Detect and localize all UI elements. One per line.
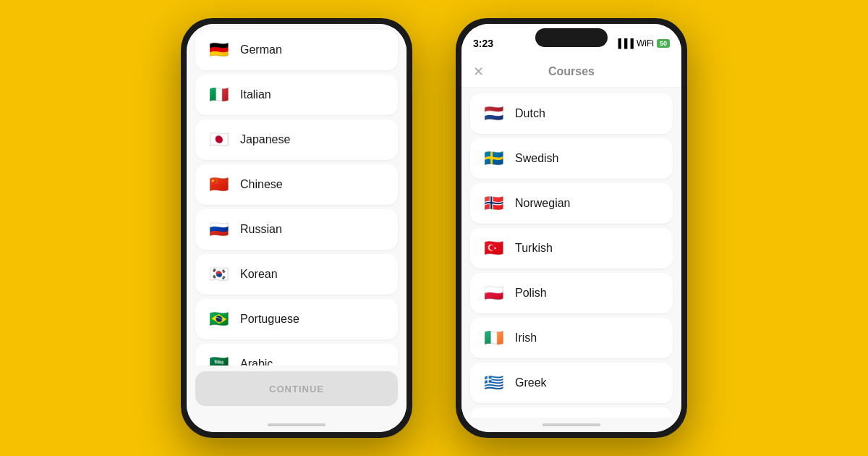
left-language-list: 🇩🇪 German 🇮🇹 Italian 🇯🇵 Japanese 🇨🇳 Chin… <box>187 24 407 366</box>
flag-right-greek: 🇬🇷 <box>480 370 506 396</box>
battery-icon: 50 <box>657 39 670 48</box>
continue-button[interactable]: CONTINUE <box>195 371 398 406</box>
lang-name-russian: Russian <box>240 223 282 236</box>
bottom-area: CONTINUE <box>187 366 407 418</box>
lang-item-right-irish[interactable]: 🇮🇪 Irish <box>470 318 673 358</box>
left-phone: 🇩🇪 German 🇮🇹 Italian 🇯🇵 Japanese 🇨🇳 Chin… <box>181 18 412 438</box>
lang-item-right-swedish[interactable]: 🇸🇪 Swedish <box>470 138 673 179</box>
signal-icon: ▐▐▐ <box>615 38 634 48</box>
flag-german: 🇩🇪 <box>205 37 231 63</box>
close-icon[interactable]: ✕ <box>473 64 484 80</box>
flag-right-norwegian: 🇳🇴 <box>480 190 506 216</box>
flag-right-polish: 🇵🇱 <box>480 280 506 306</box>
lang-name-arabic: Arabic <box>240 358 273 366</box>
home-bar <box>268 423 326 426</box>
lang-name-right-dutch: Dutch <box>515 107 545 120</box>
lang-item-italian[interactable]: 🇮🇹 Italian <box>195 75 398 115</box>
lang-name-right-polish: Polish <box>515 287 547 300</box>
flag-japanese: 🇯🇵 <box>205 127 231 153</box>
lang-item-right-norwegian[interactable]: 🇳🇴 Norwegian <box>470 183 673 224</box>
right-language-list: 🇳🇱 Dutch 🇸🇪 Swedish 🇳🇴 Norwegian 🇹🇷 Turk… <box>461 88 681 418</box>
flag-right-irish: 🇮🇪 <box>480 325 506 351</box>
lang-name-korean: Korean <box>240 268 278 281</box>
status-icons: ▐▐▐ WiFi 50 <box>615 38 670 48</box>
lang-item-right-hebrew[interactable]: 🇮🇱 Hebrew <box>470 408 673 418</box>
lang-item-russian[interactable]: 🇷🇺 Russian <box>195 209 398 250</box>
lang-item-right-turkish[interactable]: 🇹🇷 Turkish <box>470 228 673 269</box>
flag-arabic: 🇸🇦 <box>205 351 231 366</box>
lang-item-arabic[interactable]: 🇸🇦 Arabic <box>195 344 398 366</box>
lang-name-right-norwegian: Norwegian <box>515 197 570 210</box>
right-phone: 3:23 ▐▐▐ WiFi 50 ✕ Courses 🇳🇱 Dutch 🇸🇪 S… <box>456 18 687 438</box>
nav-header: ✕ Courses <box>461 56 681 88</box>
home-indicator <box>187 418 407 432</box>
flag-chinese: 🇨🇳 <box>205 172 231 198</box>
flag-right-turkish: 🇹🇷 <box>480 235 506 261</box>
lang-item-right-polish[interactable]: 🇵🇱 Polish <box>470 273 673 313</box>
lang-item-right-greek[interactable]: 🇬🇷 Greek <box>470 363 673 403</box>
lang-item-portuguese[interactable]: 🇧🇷 Portuguese <box>195 299 398 339</box>
lang-name-german: German <box>240 43 282 56</box>
status-time: 3:23 <box>473 38 493 49</box>
lang-name-right-irish: Irish <box>515 332 537 345</box>
right-home-indicator <box>461 418 681 432</box>
flag-russian: 🇷🇺 <box>205 216 231 242</box>
lang-name-right-turkish: Turkish <box>515 242 553 255</box>
dynamic-island <box>535 28 608 47</box>
lang-name-portuguese: Portuguese <box>240 313 299 326</box>
lang-name-japanese: Japanese <box>240 133 290 146</box>
flag-italian: 🇮🇹 <box>205 82 231 108</box>
wifi-icon: WiFi <box>637 38 654 48</box>
lang-name-right-greek: Greek <box>515 376 547 389</box>
lang-item-chinese[interactable]: 🇨🇳 Chinese <box>195 164 398 205</box>
lang-item-german[interactable]: 🇩🇪 German <box>195 30 398 70</box>
right-home-bar <box>542 423 600 426</box>
lang-item-right-dutch[interactable]: 🇳🇱 Dutch <box>470 93 673 134</box>
flag-korean: 🇰🇷 <box>205 261 231 287</box>
flag-right-dutch: 🇳🇱 <box>480 101 506 127</box>
lang-item-korean[interactable]: 🇰🇷 Korean <box>195 254 398 295</box>
lang-name-chinese: Chinese <box>240 178 283 191</box>
lang-name-italian: Italian <box>240 88 271 101</box>
flag-right-swedish: 🇸🇪 <box>480 145 506 172</box>
nav-title: Courses <box>548 65 595 78</box>
lang-name-right-swedish: Swedish <box>515 152 558 165</box>
lang-item-japanese[interactable]: 🇯🇵 Japanese <box>195 119 398 160</box>
flag-portuguese: 🇧🇷 <box>205 306 231 332</box>
